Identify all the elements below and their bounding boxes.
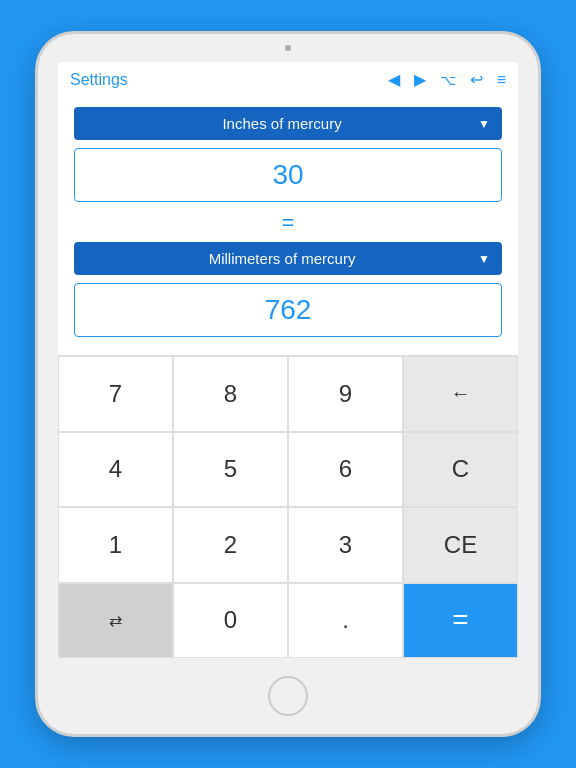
key-0[interactable]: 0 <box>173 583 288 659</box>
converter: Inches of mercury ▼ 30 = Millimeters of … <box>58 97 518 355</box>
key-3[interactable]: 3 <box>288 507 403 583</box>
to-unit-label: Millimeters of mercury <box>86 250 478 267</box>
menu-icon[interactable]: ≡ <box>497 71 506 89</box>
key-1[interactable]: 1 <box>58 507 173 583</box>
key-6[interactable]: 6 <box>288 432 403 508</box>
clear-entry-key[interactable]: CE <box>403 507 518 583</box>
key-4[interactable]: 4 <box>58 432 173 508</box>
equals-display: = <box>74 210 502 236</box>
back-icon[interactable]: ◀ <box>388 70 400 89</box>
equals-key[interactable]: = <box>403 583 518 659</box>
device: Settings ◀ ▶ ⌥ ↩ ≡ Inches of mercury ▼ 3… <box>38 34 538 734</box>
to-value-display: 762 <box>74 283 502 337</box>
from-value-display[interactable]: 30 <box>74 148 502 202</box>
forward-icon[interactable]: ▶ <box>414 70 426 89</box>
keypad: 7 8 9 ← 4 5 6 C 1 2 3 CE ⇄ 0 . = <box>58 355 518 658</box>
key-8[interactable]: 8 <box>173 356 288 432</box>
to-unit-selector[interactable]: Millimeters of mercury ▼ <box>74 242 502 275</box>
undo-icon[interactable]: ↩ <box>470 70 483 89</box>
key-decimal[interactable]: . <box>288 583 403 659</box>
key-5[interactable]: 5 <box>173 432 288 508</box>
home-button-area <box>268 658 308 734</box>
option-icon[interactable]: ⌥ <box>440 72 456 88</box>
camera-dot <box>285 45 291 51</box>
clear-key[interactable]: C <box>403 432 518 508</box>
top-bar: Settings ◀ ▶ ⌥ ↩ ≡ <box>58 62 518 97</box>
from-unit-selector[interactable]: Inches of mercury ▼ <box>74 107 502 140</box>
device-top <box>38 34 538 62</box>
home-button[interactable] <box>268 676 308 716</box>
from-unit-dropdown-arrow: ▼ <box>478 117 490 131</box>
to-unit-dropdown-arrow: ▼ <box>478 252 490 266</box>
key-9[interactable]: 9 <box>288 356 403 432</box>
settings-link[interactable]: Settings <box>70 71 128 89</box>
screen: Settings ◀ ▶ ⌥ ↩ ≡ Inches of mercury ▼ 3… <box>58 62 518 658</box>
from-unit-label: Inches of mercury <box>86 115 478 132</box>
swap-key[interactable]: ⇄ <box>58 583 173 659</box>
key-2[interactable]: 2 <box>173 507 288 583</box>
top-bar-icons: ◀ ▶ ⌥ ↩ ≡ <box>388 70 506 89</box>
key-7[interactable]: 7 <box>58 356 173 432</box>
backspace-key[interactable]: ← <box>403 356 518 432</box>
